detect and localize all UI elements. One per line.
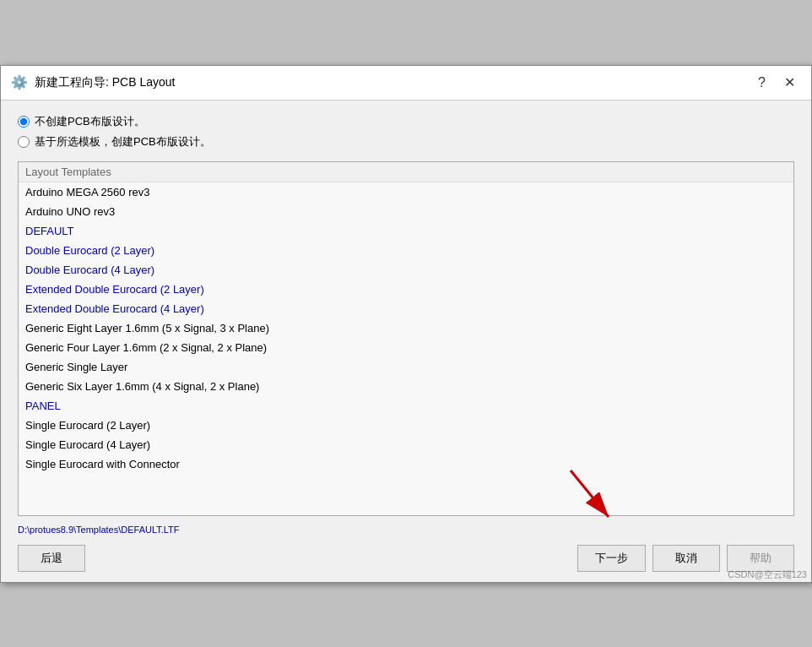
window-close-button[interactable]: ✕ xyxy=(777,73,801,93)
next-button[interactable]: 下一步 xyxy=(577,545,646,572)
list-item[interactable]: Generic Single Layer xyxy=(19,357,793,377)
main-window: ⚙️ 新建工程向导: PCB Layout ? ✕ 不创建PCB布版设计。 基于… xyxy=(0,65,812,583)
radio-item-1[interactable]: 不创建PCB布版设计。 xyxy=(18,114,794,129)
button-row: 后退 下一步 取消 帮助 xyxy=(18,545,794,572)
list-item[interactable]: Extended Double Eurocard (2 Layer) xyxy=(19,280,793,299)
list-header: Layout Templates xyxy=(19,162,793,182)
window-help-button[interactable]: ? xyxy=(753,73,771,92)
list-item[interactable]: Double Eurocard (2 Layer) xyxy=(19,241,793,260)
title-bar: ⚙️ 新建工程向导: PCB Layout ? ✕ xyxy=(1,66,811,101)
radio-label-1[interactable]: 不创建PCB布版设计。 xyxy=(35,114,145,129)
window-icon: ⚙️ xyxy=(11,74,28,91)
list-item[interactable]: Arduino MEGA 2560 rev3 xyxy=(19,182,793,202)
dialog-body: 不创建PCB布版设计。 基于所选模板，创建PCB布版设计。 Layout Tem… xyxy=(1,101,811,582)
radio-group: 不创建PCB布版设计。 基于所选模板，创建PCB布版设计。 xyxy=(18,114,794,150)
title-bar-left: ⚙️ 新建工程向导: PCB Layout xyxy=(11,74,176,91)
list-item[interactable]: Generic Eight Layer 1.6mm (5 x Signal, 3… xyxy=(19,318,793,338)
button-area: 后退 下一步 取消 帮助 xyxy=(18,545,794,572)
list-item[interactable]: Double Eurocard (4 Layer) xyxy=(19,260,793,280)
list-item[interactable]: Arduino UNO rev3 xyxy=(19,202,793,221)
list-item[interactable]: Single Eurocard (4 Layer) xyxy=(19,435,793,454)
back-button[interactable]: 后退 xyxy=(18,545,85,572)
window-title: 新建工程向导: PCB Layout xyxy=(35,75,176,90)
cancel-button[interactable]: 取消 xyxy=(652,545,720,572)
watermark: CSDN@空云端123 xyxy=(728,568,807,581)
radio-no-pcb[interactable] xyxy=(18,116,30,128)
list-item[interactable]: Generic Four Layer 1.6mm (2 x Signal, 2 … xyxy=(19,338,793,357)
radio-label-2[interactable]: 基于所选模板，创建PCB布版设计。 xyxy=(35,134,211,150)
list-item[interactable]: Single Eurocard (2 Layer) xyxy=(19,416,793,435)
list-item[interactable]: Extended Double Eurocard (4 Layer) xyxy=(19,299,793,318)
template-list[interactable]: Layout Templates Arduino MEGA 2560 rev3A… xyxy=(18,161,794,516)
button-group-left: 后退 xyxy=(18,545,85,572)
title-bar-right: ? ✕ xyxy=(753,73,801,93)
radio-item-2[interactable]: 基于所选模板，创建PCB布版设计。 xyxy=(18,134,794,150)
dialog-wrapper: ⚙️ 新建工程向导: PCB Layout ? ✕ 不创建PCB布版设计。 基于… xyxy=(0,65,812,583)
list-item[interactable]: Single Eurocard with Connector xyxy=(19,454,793,474)
list-item[interactable]: Generic Six Layer 1.6mm (4 x Signal, 2 x… xyxy=(19,377,793,396)
radio-from-template[interactable] xyxy=(18,136,30,148)
list-item[interactable]: DEFAULT xyxy=(19,221,793,241)
template-path: D:\protues8.9\Templates\DEFAULT.LTF xyxy=(18,523,794,536)
list-item[interactable]: PANEL xyxy=(19,396,793,416)
